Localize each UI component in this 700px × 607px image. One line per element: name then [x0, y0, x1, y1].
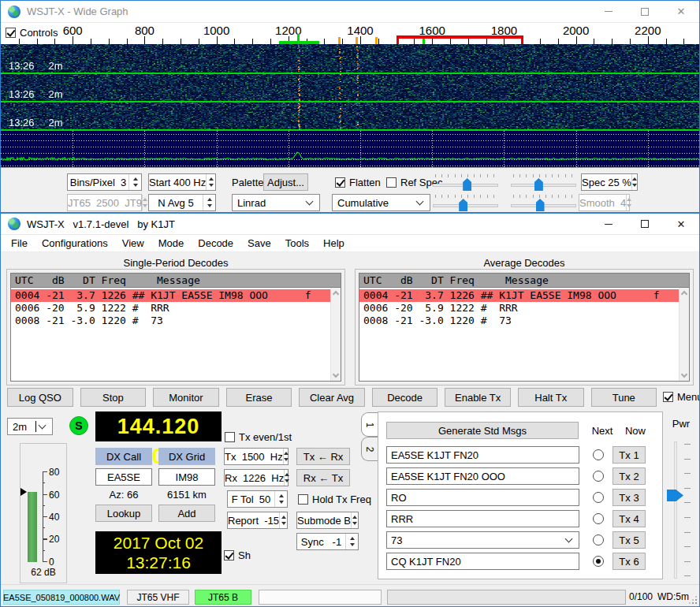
- erase-button[interactable]: Erase: [226, 388, 292, 407]
- add-button[interactable]: Add: [158, 505, 215, 522]
- spin-arrows[interactable]: [284, 470, 289, 486]
- spin-up-icon[interactable]: [279, 494, 284, 497]
- spec-percent-spinbox[interactable]: Spec 25 %: [581, 173, 638, 191]
- menu-help[interactable]: Help: [316, 235, 352, 251]
- sh-checkbox[interactable]: Sh: [224, 549, 251, 561]
- menu-decode[interactable]: Decode: [191, 235, 240, 251]
- close-button[interactable]: ✕: [663, 214, 699, 234]
- decode-button[interactable]: Decode: [372, 388, 438, 407]
- n-avg-spinbox[interactable]: N Avg 5: [148, 194, 216, 211]
- spin-down-icon[interactable]: [350, 543, 355, 546]
- next-radio-tx2[interactable]: [593, 471, 604, 482]
- spin-down-icon[interactable]: [285, 479, 289, 482]
- tx-freq-spinbox[interactable]: Tx 1500 Hz: [224, 448, 289, 465]
- report-spinbox[interactable]: Report -15: [227, 512, 288, 529]
- next-radio-tx6[interactable]: [593, 556, 604, 567]
- status-s-indicator[interactable]: S: [69, 416, 88, 435]
- tx4-message-field[interactable]: RRR: [386, 510, 579, 527]
- pwr-slider-handle[interactable]: [667, 490, 683, 501]
- scroll-down-icon[interactable]: [681, 371, 687, 378]
- menus-checkbox[interactable]: Menus: [663, 391, 700, 403]
- slider-handle[interactable]: [459, 199, 467, 211]
- spin-arrows[interactable]: [206, 174, 215, 190]
- spin-up-icon[interactable]: [209, 177, 214, 181]
- spin-up-icon[interactable]: [207, 198, 212, 201]
- tx1-button[interactable]: Tx 1: [612, 446, 646, 464]
- rx-freq-spinbox[interactable]: Rx 1226 Hz: [224, 469, 289, 486]
- average-decode-list[interactable]: 0004 -21 3.7 1226 ## K1JT EA5SE IM98 OOO…: [359, 287, 690, 382]
- main-titlebar[interactable]: WSJT-X v1.7.1-devel by K1JT ✕: [1, 214, 699, 235]
- spectrum-plot[interactable]: [1, 131, 699, 167]
- tx2-message-field[interactable]: EA5SE K1JT FN20 OOO: [386, 467, 579, 485]
- spin-up-icon[interactable]: [133, 177, 138, 181]
- lookup-button[interactable]: Lookup: [95, 505, 152, 522]
- frequency-scale[interactable]: Controls 6008001000120014001600180020002…: [1, 23, 699, 44]
- tx-from-rx-button[interactable]: Tx ← Rx: [296, 448, 350, 465]
- band-combobox[interactable]: 2m: [7, 418, 53, 435]
- hold-tx-freq-checkbox[interactable]: Hold Tx Freq: [298, 493, 371, 505]
- menu-configurations[interactable]: Configurations: [35, 235, 115, 251]
- frequency-ruler[interactable]: 6008001000120014001600180020002200: [1, 23, 699, 44]
- decode-row[interactable]: 0004 -21 3.7 1226 ## K1JT EA5SE IM98 OOO…: [359, 289, 689, 302]
- f-tol-spinbox[interactable]: F Tol 50: [227, 490, 288, 508]
- dx-call-field[interactable]: EA5SE: [95, 468, 152, 486]
- spin-up-icon[interactable]: [285, 473, 289, 476]
- spectrum-gain-slider[interactable]: [433, 194, 498, 211]
- spectrum-zero-slider[interactable]: [511, 194, 576, 211]
- spin-arrows[interactable]: [203, 195, 215, 210]
- spin-arrows[interactable]: [283, 449, 289, 464]
- next-radio-tx4[interactable]: [593, 513, 604, 524]
- scroll-down-icon[interactable]: [333, 371, 339, 378]
- waterfall[interactable]: 13:26 2m 13:26 2m 13:26 2m: [1, 44, 699, 131]
- scroll-up-icon[interactable]: [333, 291, 339, 297]
- single-period-decode-list[interactable]: 0004 -21 3.7 1226 ## K1JT EA5SE IM98 OOO…: [10, 287, 341, 382]
- clear-avg-button[interactable]: Clear Avg: [299, 388, 365, 407]
- slider-handle[interactable]: [534, 178, 543, 191]
- minimize-button[interactable]: [590, 214, 627, 234]
- spin-down-icon[interactable]: [352, 522, 357, 525]
- log-qso-button[interactable]: Log QSO: [7, 388, 73, 407]
- menu-tools[interactable]: Tools: [278, 235, 316, 251]
- spin-arrows[interactable]: [279, 512, 287, 528]
- spin-down-icon[interactable]: [133, 184, 138, 187]
- palette-combobox[interactable]: Linrad: [232, 194, 320, 211]
- monitor-button[interactable]: Monitor: [153, 388, 219, 407]
- menu-save[interactable]: Save: [240, 235, 278, 251]
- sync-spinbox[interactable]: Sync -1: [296, 533, 359, 550]
- maximize-button[interactable]: [627, 1, 663, 22]
- spin-up-icon[interactable]: [632, 177, 637, 181]
- tx5-button[interactable]: Tx 5: [612, 531, 646, 549]
- waterfall-gain-slider[interactable]: [433, 173, 498, 191]
- tx5-message-combobox[interactable]: 73: [386, 531, 579, 549]
- spin-arrows[interactable]: [274, 491, 287, 507]
- spin-arrows[interactable]: [351, 512, 358, 528]
- spin-arrows[interactable]: [345, 534, 358, 549]
- scroll-up-icon[interactable]: [681, 291, 687, 297]
- tx1-message-field[interactable]: EA5SE K1JT FN20: [386, 446, 579, 464]
- display-mode-combobox[interactable]: Cumulative: [332, 194, 430, 211]
- spin-down-icon[interactable]: [279, 501, 284, 504]
- spin-up-icon[interactable]: [281, 516, 286, 519]
- tx3-button[interactable]: Tx 3: [612, 489, 646, 506]
- enable-tx-button[interactable]: Enable Tx: [445, 388, 511, 407]
- pwr-slider[interactable]: [667, 440, 697, 580]
- tx4-button[interactable]: Tx 4: [612, 510, 646, 527]
- spin-up-icon[interactable]: [284, 452, 289, 455]
- decode-row[interactable]: 0008 -21 -3.0 1220 # 73: [359, 315, 689, 327]
- slider-handle[interactable]: [463, 178, 471, 191]
- decode-row[interactable]: 0006 -20 5.9 1222 # RRR: [359, 302, 689, 315]
- resize-grip[interactable]: [689, 596, 697, 604]
- scrollbar[interactable]: [679, 288, 689, 381]
- slider-groove[interactable]: [511, 184, 576, 187]
- spin-down-icon[interactable]: [632, 184, 637, 187]
- halt-tx-button[interactable]: Halt Tx: [518, 388, 584, 407]
- tab-1[interactable]: 1: [361, 412, 378, 437]
- start-hz-spinbox[interactable]: Start 400 Hz: [148, 173, 216, 191]
- spin-down-icon[interactable]: [209, 184, 214, 187]
- menu-file[interactable]: File: [4, 235, 35, 251]
- spin-up-icon[interactable]: [352, 516, 357, 519]
- spin-up-icon[interactable]: [350, 537, 355, 540]
- next-radio-tx5[interactable]: [593, 534, 604, 546]
- bins-pixel-spinbox[interactable]: Bins/Pixel 3: [67, 173, 142, 191]
- tune-button[interactable]: Tune: [591, 388, 657, 407]
